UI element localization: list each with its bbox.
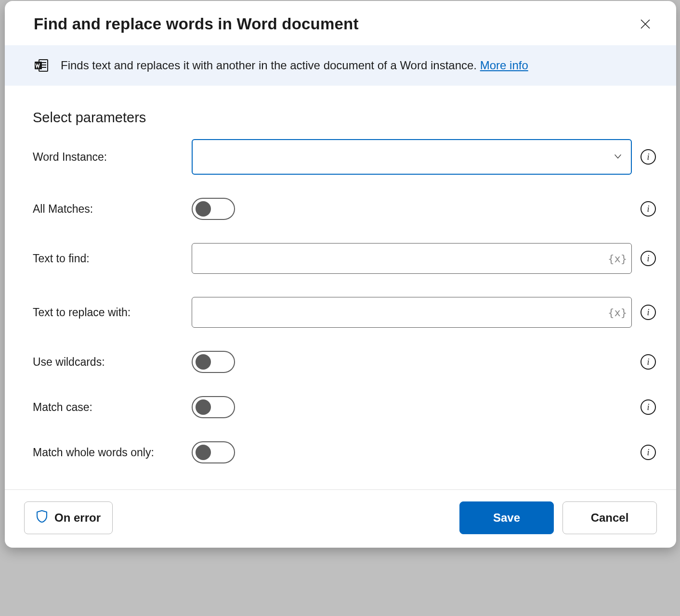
- use-wildcards-toggle[interactable]: [192, 351, 235, 373]
- info-icon[interactable]: i: [641, 149, 656, 165]
- match-whole-words-label: Match whole words only:: [33, 446, 192, 459]
- toggle-knob: [196, 399, 211, 415]
- save-button[interactable]: Save: [459, 501, 554, 534]
- info-icon[interactable]: i: [641, 399, 656, 415]
- variable-icon[interactable]: {x}: [608, 253, 627, 265]
- more-info-link[interactable]: More info: [480, 59, 528, 72]
- close-icon: [640, 18, 651, 30]
- on-error-button[interactable]: On error: [24, 501, 113, 534]
- dialog-body: Select parameters Word Instance: i All M…: [5, 86, 676, 489]
- word-instance-label: Word Instance:: [33, 151, 192, 164]
- word-icon: [34, 58, 49, 73]
- info-icon[interactable]: i: [641, 305, 656, 320]
- text-to-replace-label: Text to replace with:: [33, 306, 192, 319]
- word-instance-input[interactable]: [192, 139, 632, 175]
- text-to-find-label: Text to find:: [33, 252, 192, 265]
- shield-icon: [36, 510, 48, 526]
- footer-actions: Save Cancel: [459, 501, 657, 534]
- param-grid: Word Instance: i All Matches: i Text to …: [33, 139, 656, 480]
- info-banner: Finds text and replaces it with another …: [5, 45, 676, 86]
- toggle-knob: [196, 201, 211, 217]
- section-title: Select parameters: [33, 110, 656, 126]
- text-to-find-input[interactable]: [192, 243, 632, 274]
- info-icon[interactable]: i: [641, 201, 656, 217]
- dialog: Find and replace words in Word document …: [5, 1, 676, 548]
- info-icon[interactable]: i: [641, 354, 656, 370]
- all-matches-toggle[interactable]: [192, 198, 235, 220]
- cancel-button[interactable]: Cancel: [562, 501, 657, 534]
- use-wildcards-label: Use wildcards:: [33, 356, 192, 369]
- info-icon[interactable]: i: [641, 445, 656, 460]
- dialog-header: Find and replace words in Word document: [5, 1, 676, 45]
- close-button[interactable]: [636, 14, 655, 34]
- all-matches-label: All Matches:: [33, 203, 192, 216]
- toggle-knob: [196, 445, 211, 460]
- dialog-title: Find and replace words in Word document: [34, 15, 359, 33]
- match-case-label: Match case:: [33, 401, 192, 414]
- toggle-knob: [196, 354, 211, 370]
- text-to-replace-input[interactable]: [192, 297, 632, 328]
- variable-icon[interactable]: {x}: [608, 307, 627, 319]
- match-whole-words-toggle[interactable]: [192, 441, 235, 463]
- match-case-toggle[interactable]: [192, 396, 235, 418]
- on-error-label: On error: [54, 511, 101, 525]
- banner-text: Finds text and replaces it with another …: [61, 59, 528, 72]
- info-icon[interactable]: i: [641, 251, 656, 266]
- dialog-footer: On error Save Cancel: [5, 489, 676, 548]
- word-instance-select[interactable]: [192, 139, 632, 175]
